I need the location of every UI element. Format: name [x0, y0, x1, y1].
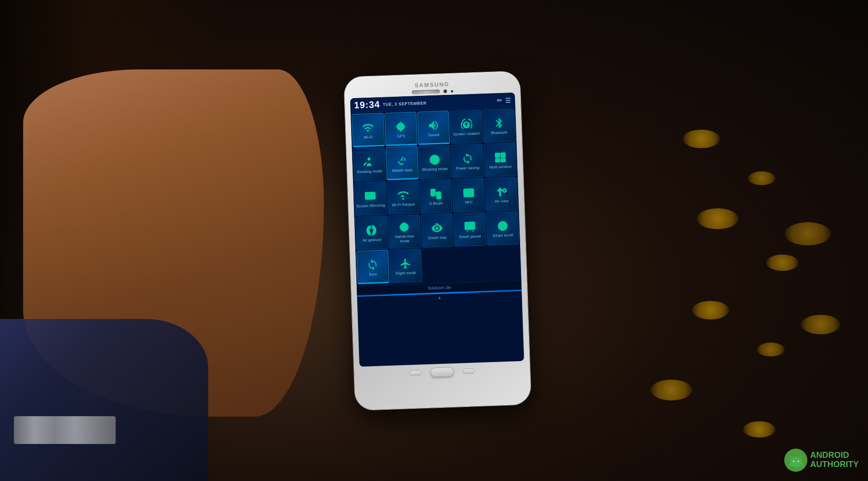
qs-tile-screen-rotation[interactable]: Screen rotation	[450, 109, 483, 144]
qs-tile-multi-window[interactable]: Multi window	[484, 142, 517, 176]
sleeve-bg	[0, 319, 208, 481]
power-saving-icon	[461, 152, 474, 164]
smart-pause-icon	[464, 220, 476, 233]
qs-label-screen-mirroring: Screen Mirroring	[356, 203, 385, 208]
qs-tile-air-gesture[interactable]: Air gesture	[355, 215, 388, 250]
speaker-grille	[412, 89, 440, 94]
qs-label-flight-mode: Flight mode	[396, 270, 416, 275]
screen-rotation-icon	[460, 118, 472, 130]
multi-window-icon	[494, 151, 507, 163]
svg-rect-14	[365, 192, 375, 199]
qs-tile-nfc[interactable]: NFC	[452, 178, 485, 212]
svg-rect-19	[436, 192, 441, 199]
qs-tile-power-saving[interactable]: Power saving	[451, 144, 484, 178]
qs-label-smart-scroll: Smart scroll	[492, 232, 513, 237]
sync-icon	[366, 258, 379, 271]
camera	[443, 89, 447, 93]
home-button[interactable]	[430, 367, 454, 377]
phone-screen: 19:34 TUE, 3 SEPTEMBER ✏ ☰ Wi-Fi	[350, 92, 524, 366]
qs-tile-smart-stay[interactable]: Smart stay	[421, 213, 453, 247]
phone-body: SAMSUNG 19:34 TUE, 3 SEPTEMBER ✏ ☰	[344, 71, 531, 410]
qs-row-1: Wi-Fi GPS Sound	[352, 108, 515, 147]
svg-rect-24	[468, 224, 470, 227]
qs-tile-blocking-mode[interactable]: Blocking mode	[418, 144, 451, 179]
svg-rect-10	[495, 153, 500, 157]
svg-point-28	[793, 461, 794, 462]
svg-rect-23	[465, 222, 475, 230]
carrier-name: Telekom.de	[427, 285, 451, 291]
status-date: TUE, 3 SEPTEMBER	[383, 98, 494, 106]
qs-label-blocking-mode: Blocking mode	[422, 166, 448, 172]
qs-tile-smart-scroll[interactable]: Smart scroll	[486, 211, 519, 245]
qs-tile-wifi[interactable]: Wi-Fi	[352, 112, 384, 147]
gps-icon	[395, 120, 407, 132]
qs-tile-air-view[interactable]: Air view	[485, 176, 518, 211]
pencil-icon: ✏	[497, 96, 503, 104]
bluetooth-icon	[493, 117, 505, 129]
watermark-icon	[784, 449, 807, 472]
qs-tile-mobile-data[interactable]: Mobile data	[385, 146, 418, 180]
qs-label-screen-rotation: Screen rotation	[453, 131, 480, 137]
svg-rect-13	[501, 158, 505, 162]
qs-label-wifi-hotspot: Wi-Fi hotspot	[392, 202, 415, 207]
qs-label-air-view: Air view	[495, 199, 508, 204]
smart-scroll-icon	[496, 219, 509, 232]
watermark: ANDROID AUTHORITY	[784, 449, 859, 472]
qs-row-2: Reading mode Mobile data Blocking mode	[353, 142, 517, 181]
qs-tile-smart-pause[interactable]: Smart pause	[453, 212, 486, 246]
svg-point-1	[397, 123, 404, 130]
qs-label-s-beam: S Beam	[429, 201, 443, 206]
qs-tile-flight-mode[interactable]: Flight mode	[389, 249, 422, 283]
svg-point-7	[367, 157, 371, 160]
back-button[interactable]	[409, 370, 421, 376]
qs-tile-gps[interactable]: GPS	[384, 112, 417, 146]
flight-mode-icon	[399, 257, 412, 269]
chevron-up-icon: ▲	[437, 294, 442, 300]
qs-label-bluetooth: Bluetooth	[491, 130, 508, 135]
list-icon: ☰	[505, 96, 512, 103]
qs-label-power-saving: Power saving	[456, 165, 480, 170]
screen-mirroring-icon	[364, 190, 377, 202]
air-view-icon	[495, 185, 508, 198]
qs-tile-wifi-hotspot[interactable]: Wi-Fi hotspot	[387, 180, 420, 214]
qs-tile-sync[interactable]: Sync	[356, 250, 389, 284]
svg-point-33	[801, 456, 802, 457]
svg-rect-16	[371, 194, 374, 197]
qs-tile-hands-free[interactable]: Hands-free mode	[388, 214, 421, 249]
qs-row-3: Screen Mirroring Wi-Fi hotspot	[354, 176, 518, 215]
qs-tile-bluetooth[interactable]: Bluetooth	[483, 108, 515, 143]
hands-free-icon	[398, 220, 410, 233]
svg-rect-11	[501, 152, 505, 157]
qs-label-reading-mode: Reading mode	[357, 169, 382, 174]
wifi-icon	[362, 121, 374, 134]
phone: SAMSUNG 19:34 TUE, 3 SEPTEMBER ✏ ☰	[344, 71, 531, 410]
qs-tile-reading-mode[interactable]: Reading mode	[353, 147, 386, 181]
qs-label-gps: GPS	[397, 134, 405, 138]
svg-line-9	[430, 159, 439, 160]
qs-tile-s-beam[interactable]: S Beam	[420, 179, 453, 213]
qs-label-sound: Sound	[428, 132, 439, 137]
qs-tile-sound[interactable]: Sound	[417, 110, 450, 144]
qs-tile-screen-mirroring[interactable]: Screen Mirroring	[354, 181, 387, 215]
mobile-data-icon	[396, 154, 408, 167]
qs-label-sync: Sync	[369, 272, 378, 276]
svg-rect-25	[470, 224, 472, 227]
qs-label-smart-stay: Smart stay	[428, 235, 447, 240]
status-time: 19:34	[354, 99, 380, 111]
qs-tile-empty-2	[455, 246, 488, 281]
nfc-icon	[462, 186, 475, 199]
qs-label-air-gesture: Air gesture	[362, 237, 381, 242]
quick-settings-panel: Wi-Fi GPS Sound	[351, 107, 521, 286]
android-robot-icon	[788, 452, 804, 469]
s-beam-icon	[430, 187, 442, 200]
watermark-line1: ANDROID	[810, 451, 859, 460]
qs-tile-empty-1	[422, 247, 455, 281]
watch-band	[14, 416, 116, 444]
sound-icon	[427, 119, 440, 131]
blocking-mode-icon	[428, 153, 441, 166]
sensor	[451, 90, 453, 92]
svg-point-32	[790, 456, 791, 457]
watermark-line2: AUTHORITY	[810, 460, 859, 469]
svg-rect-15	[367, 194, 371, 197]
menu-button[interactable]	[463, 368, 474, 374]
